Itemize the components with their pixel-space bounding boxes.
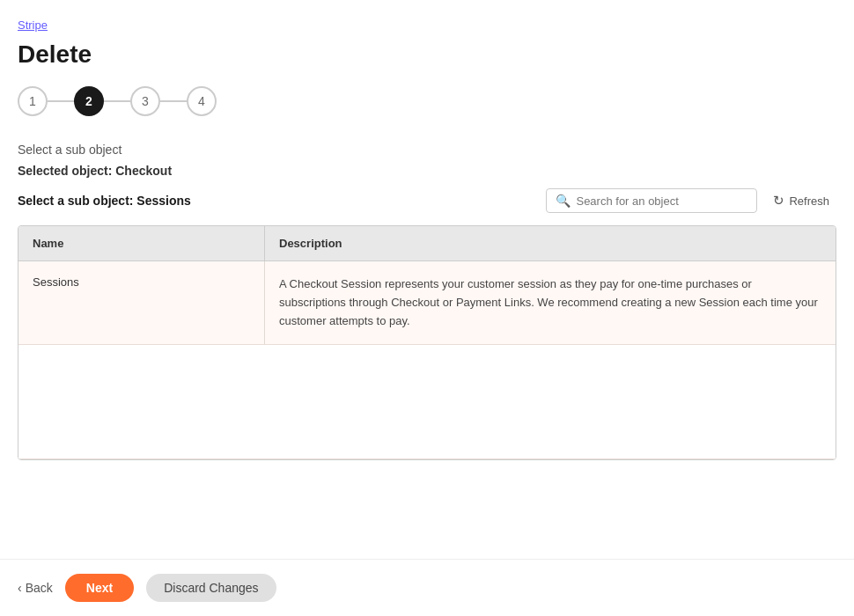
table-container: Name Description Sessions A Checkout Ses… [18,225,836,460]
column-header-name: Name [18,226,265,260]
step-line-1 [48,100,74,102]
sub-object-row: Select a sub object: Sessions 🔍 ↻ Refres… [18,188,836,213]
step-3: 3 [130,86,160,116]
back-label: Back [26,581,53,595]
step-4: 4 [187,86,217,116]
table-empty-area [18,345,836,459]
refresh-button[interactable]: ↻ Refresh [766,189,836,212]
selected-object-label: Selected object: Checkout [18,164,836,178]
search-icon: 🔍 [556,194,571,208]
table-header: Name Description [18,226,836,261]
page-title: Delete [18,40,836,69]
column-header-description: Description [265,226,836,260]
step-2: 2 [74,86,104,116]
stepper: 1 2 3 4 [18,86,836,116]
next-button[interactable]: Next [65,574,134,602]
step-1: 1 [18,86,48,116]
bottom-nav: ‹ Back Next Discard Changes [0,559,854,616]
step-line-2 [104,100,130,102]
refresh-icon: ↻ [773,193,784,209]
search-input[interactable] [576,194,747,208]
step-line-3 [160,100,187,102]
discard-changes-button[interactable]: Discard Changes [146,574,276,602]
sub-object-label: Select a sub object: Sessions [18,194,191,208]
back-arrow-icon: ‹ [18,581,22,595]
refresh-label: Refresh [789,194,829,208]
cell-description-sessions: A Checkout Session represents your custo… [265,261,836,344]
search-refresh-group: 🔍 ↻ Refresh [546,188,836,213]
breadcrumb-link[interactable]: Stripe [18,18,48,32]
page-wrapper: Stripe Delete 1 2 3 4 Select a sub objec… [0,0,854,478]
search-box[interactable]: 🔍 [546,188,757,213]
back-button[interactable]: ‹ Back [18,581,53,595]
section-label: Select a sub object [18,143,836,157]
table-row[interactable]: Sessions A Checkout Session represents y… [18,261,836,345]
cell-name-sessions: Sessions [18,261,265,344]
